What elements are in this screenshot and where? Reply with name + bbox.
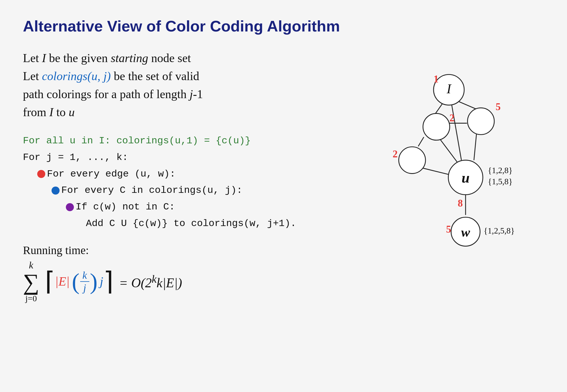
left-bracket: ⌈ [45, 269, 55, 294]
svg-text:{1,2,8}: {1,2,8} [488, 166, 513, 175]
code-line-1: For all u in I: colorings(u,1) = {c(u)} [23, 133, 309, 149]
bracket-inner: |E| ( k j ) j [55, 269, 103, 294]
purple-dot [66, 203, 74, 211]
sigma-symbol: ∑ [23, 271, 39, 294]
svg-line-6 [474, 132, 477, 160]
svg-text:u: u [462, 170, 470, 186]
svg-text:5: 5 [496, 101, 501, 112]
j-term: j [100, 274, 103, 289]
svg-text:5: 5 [446, 224, 451, 235]
let-I-text: Let I be the given starting node set [23, 52, 191, 65]
svg-line-1 [457, 101, 477, 109]
code-line-6-text: Add C U {c(w)} to colorings(w, j+1). [86, 215, 296, 232]
from-I-to-u-text: from I to u [23, 106, 75, 119]
formula-area: k ∑ j=0 ⌈ |E| ( k j ) j [23, 260, 309, 303]
svg-point-11 [423, 113, 450, 140]
code-line-4-text: For every C in colorings(u, j): [61, 182, 243, 199]
sigma-bottom: j=0 [25, 294, 37, 303]
binom-j: j [81, 282, 88, 294]
code-line-3: For every edge (u, w): [37, 166, 309, 183]
bracket-expr: ⌈ |E| ( k j ) j ⌉ [45, 269, 113, 294]
running-time-section: Running time: [23, 243, 309, 257]
svg-text:{1,2,5,8}: {1,2,5,8} [484, 226, 515, 235]
right-bracket: ⌉ [103, 269, 113, 294]
code-block: For all u in I: colorings(u,1) = {c(u)} … [23, 133, 309, 232]
svg-line-4 [418, 137, 424, 146]
graph-svg: I u w 1 5 2 2 8 5 {1,2,8} {1,5,8} { [326, 58, 521, 258]
left-paren: ( [72, 270, 80, 293]
code-line-3-text: For every edge (u, w): [47, 166, 176, 183]
blue-dot [52, 187, 60, 195]
svg-text:{1,5,8}: {1,5,8} [488, 177, 513, 186]
let-colorings-text: Let colorings(u, j) be the set of valid [23, 70, 199, 83]
main-content: Let I be the given starting node set Let… [23, 49, 544, 303]
code-line-2-text: For j = 1, ..., k: [23, 149, 128, 166]
code-line-1-text: For all u in I: colorings(u,1) = {c(u)} [23, 133, 251, 149]
svg-text:I: I [446, 81, 452, 96]
svg-text:2: 2 [393, 149, 398, 160]
left-panel: Let I be the given starting node set Let… [23, 49, 309, 303]
formula-result: = O(2kk|E|) [119, 273, 182, 290]
svg-line-7 [421, 168, 449, 175]
svg-text:2: 2 [449, 112, 454, 124]
svg-line-5 [440, 140, 457, 162]
svg-point-13 [399, 147, 426, 173]
binom-container: ( k j ) [72, 269, 97, 294]
intro-text: Let I be the given starting node set Let… [23, 49, 309, 121]
graph-panel: I u w 1 5 2 2 8 5 {1,2,8} {1,5,8} { [326, 58, 521, 259]
binom-fraction: k j [80, 269, 89, 294]
code-line-5-text: If c(w) not in C: [76, 199, 175, 215]
red-dot [37, 170, 45, 178]
E-absolute: |E| [55, 274, 70, 289]
running-time-label: Running time: [23, 244, 89, 257]
svg-text:w: w [461, 225, 470, 239]
svg-point-12 [468, 108, 494, 134]
code-line-5: If c(w) not in C: [66, 199, 309, 215]
path-colorings-text: path colorings for a path of length j-1 [23, 88, 203, 101]
sigma-block: k ∑ j=0 [23, 260, 39, 303]
svg-text:1: 1 [434, 74, 439, 85]
code-line-4: For every C in colorings(u, j): [52, 182, 309, 199]
page-title: Alternative View of Color Coding Algorit… [23, 17, 544, 35]
sigma-top: k [29, 260, 33, 271]
svg-text:8: 8 [458, 198, 463, 209]
binom-k: k [80, 269, 89, 282]
right-paren: ) [90, 270, 98, 293]
code-line-2: For j = 1, ..., k: [23, 149, 309, 166]
code-line-6: Add C U {c(w)} to colorings(w, j+1). [86, 215, 309, 232]
